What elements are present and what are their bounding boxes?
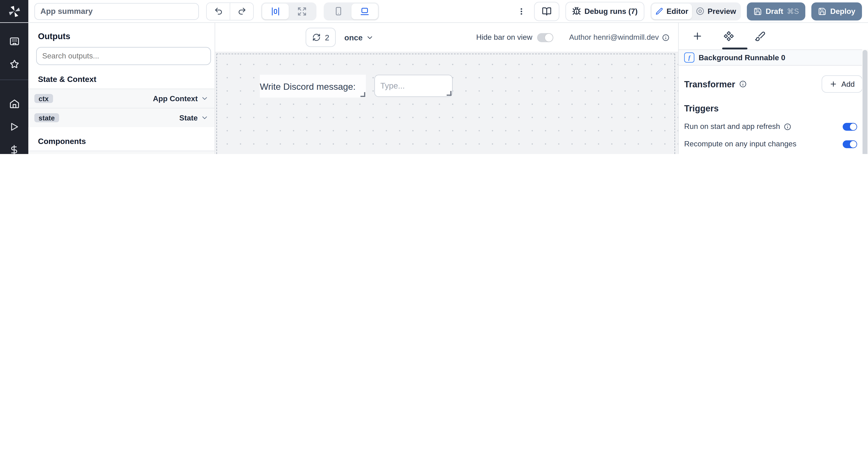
- draft-label: Draft: [766, 7, 783, 15]
- author-label: Author henri@windmill.dev: [569, 33, 659, 41]
- workspace-item[interactable]: [0, 30, 28, 53]
- right-panel-scrollbar[interactable]: [862, 50, 868, 154]
- ctx-badge: ctx: [34, 94, 53, 103]
- home-item[interactable]: [0, 92, 28, 115]
- info-icon[interactable]: [784, 123, 792, 131]
- app-editor-window: Debug runs (7) Editor Preview Draft ⌘S: [0, 0, 868, 154]
- state-context-heading: State & Context: [28, 65, 215, 89]
- play-icon: [9, 122, 19, 132]
- text-component[interactable]: Write Discord message:: [260, 75, 366, 98]
- building-icon: [9, 36, 20, 47]
- preview-tab[interactable]: Preview: [692, 3, 740, 19]
- run-on-start-toggle[interactable]: [843, 123, 857, 131]
- theme-tab[interactable]: [755, 31, 766, 41]
- redo-icon: [237, 7, 246, 16]
- plus-icon: [829, 80, 837, 88]
- center-layout-button[interactable]: [262, 3, 289, 19]
- search-outputs-input[interactable]: [36, 47, 211, 65]
- info-icon[interactable]: [739, 80, 747, 88]
- output-row-ctx[interactable]: ctx App Context: [28, 89, 215, 108]
- settings-tab-selected[interactable]: [723, 31, 734, 41]
- chevron-down-icon[interactable]: [201, 95, 209, 102]
- undo-button[interactable]: [207, 3, 230, 20]
- app-summary-input[interactable]: [34, 3, 199, 20]
- hide-bar-label: Hide bar on view: [476, 33, 532, 41]
- left-nav-rail: [0, 23, 28, 154]
- deploy-button[interactable]: Deploy: [811, 2, 862, 20]
- debug-runs-button[interactable]: Debug runs (7): [565, 2, 644, 21]
- function-icon: f: [684, 53, 694, 63]
- save-icon: [753, 7, 762, 15]
- refresh-interval-dropdown[interactable]: once: [344, 33, 374, 42]
- full-width-layout-button[interactable]: [289, 3, 315, 19]
- debug-runs-label: Debug runs (7): [585, 7, 638, 15]
- selected-runnable-header: f Background Runnable 0: [679, 50, 868, 66]
- chevron-down-icon: [366, 34, 374, 41]
- mobile-view-button[interactable]: [325, 3, 351, 19]
- pen-icon: [655, 7, 663, 15]
- editor-tab-label: Editor: [666, 7, 688, 15]
- outputs-panel: Outputs State & Context ctx App Context …: [28, 23, 215, 154]
- docs-button[interactable]: [534, 2, 559, 21]
- resize-handle[interactable]: [447, 91, 452, 96]
- refresh-icon: [312, 33, 321, 41]
- info-icon[interactable]: [662, 34, 670, 41]
- recompute-toggle[interactable]: [843, 140, 857, 148]
- components-heading: Components: [28, 127, 215, 151]
- paintbrush-icon: [755, 31, 766, 41]
- star-icon: [9, 59, 20, 70]
- align-center-icon: [271, 6, 280, 16]
- editor-tab[interactable]: Editor: [651, 3, 692, 19]
- author-info: Author henri@windmill.dev: [569, 33, 670, 41]
- transformer-title: Transformer: [684, 79, 735, 89]
- scrollbar-thumb[interactable]: [863, 50, 867, 154]
- text-input-component[interactable]: Type...: [374, 75, 453, 97]
- canvas-boundary: [216, 54, 675, 154]
- dollar-icon: [9, 144, 19, 154]
- recompute-row: Recompute on any input changes: [684, 140, 863, 148]
- smartphone-icon: [334, 7, 343, 16]
- recompute-label: Recompute on any input changes: [684, 140, 797, 148]
- chevron-down-icon[interactable]: [201, 114, 209, 122]
- outputs-title: Outputs: [28, 23, 215, 47]
- resize-handle[interactable]: [361, 92, 365, 97]
- text-input-placeholder: Type...: [380, 81, 405, 90]
- triggers-title: Triggers: [684, 104, 863, 113]
- home-icon: [9, 98, 20, 109]
- bug-icon: [572, 7, 581, 16]
- app-canvas[interactable]: Write Discord message: Type... Press me …: [215, 52, 678, 154]
- windmill-logo[interactable]: [0, 0, 28, 22]
- center-column: 2 once Hide bar on view Author henri@win…: [215, 23, 678, 154]
- top-bar: Debug runs (7) Editor Preview Draft ⌘S: [0, 0, 868, 23]
- favorites-item[interactable]: [0, 53, 28, 76]
- runs-item[interactable]: [0, 115, 28, 138]
- refresh-count-button[interactable]: 2: [306, 28, 336, 47]
- output-row-state[interactable]: state State: [28, 108, 215, 127]
- right-settings-panel: f Background Runnable 0 Transformer Add …: [678, 23, 868, 154]
- hide-bar-control: Hide bar on view: [476, 33, 553, 42]
- draft-button[interactable]: Draft ⌘S: [747, 2, 806, 20]
- hide-bar-toggle[interactable]: [537, 33, 553, 42]
- more-menu-button[interactable]: [517, 6, 525, 16]
- active-tab-underline: [722, 47, 747, 50]
- redo-button[interactable]: [230, 3, 253, 20]
- desktop-view-button[interactable]: [351, 3, 378, 19]
- output-row-a[interactable]: a Text: [28, 151, 215, 154]
- draft-shortcut: ⌘S: [787, 7, 799, 15]
- variables-item[interactable]: [0, 138, 28, 154]
- plus-icon: [692, 31, 703, 41]
- laptop-icon: [360, 6, 370, 16]
- refresh-count: 2: [325, 33, 329, 42]
- canvas-toolbar: 2 once Hide bar on view Author henri@win…: [215, 23, 678, 52]
- windmill-logo-icon: [8, 5, 21, 18]
- component-icon: [723, 31, 734, 41]
- add-label: Add: [841, 80, 855, 88]
- insert-component-tab[interactable]: [692, 31, 703, 41]
- preview-tab-label: Preview: [708, 7, 736, 15]
- save-icon: [818, 7, 827, 15]
- state-type-label: State: [179, 113, 198, 122]
- add-transformer-button[interactable]: Add: [822, 75, 863, 93]
- editor-preview-toggle: Editor Preview: [650, 2, 741, 20]
- state-badge: state: [34, 113, 59, 122]
- book-open-icon: [542, 6, 551, 16]
